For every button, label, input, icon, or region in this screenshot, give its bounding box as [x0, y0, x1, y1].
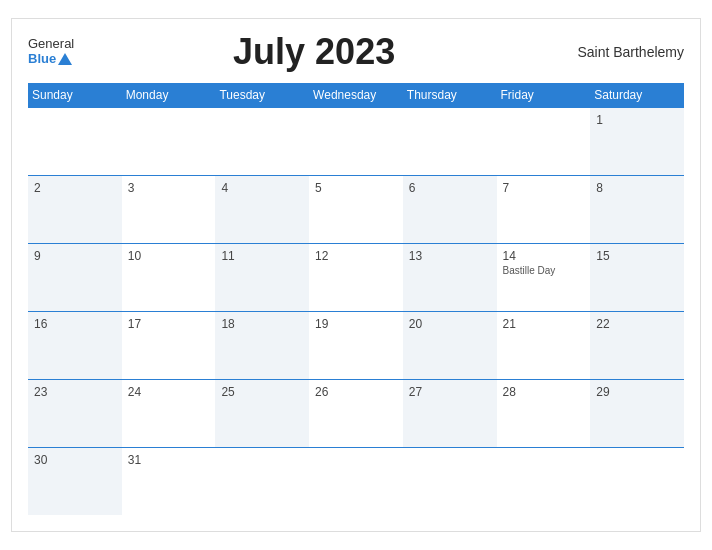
day-number: 22	[596, 317, 678, 331]
calendar-cell: 2	[28, 175, 122, 243]
calendar-container: General Blue July 2023 Saint Barthelemy …	[11, 18, 701, 533]
calendar-cell: 30	[28, 447, 122, 515]
calendar-cell: 7	[497, 175, 591, 243]
day-number: 12	[315, 249, 397, 263]
day-number: 3	[128, 181, 210, 195]
day-number: 25	[221, 385, 303, 399]
calendar-cell	[497, 107, 591, 175]
calendar-cell: 12	[309, 243, 403, 311]
calendar-cell: 6	[403, 175, 497, 243]
day-number: 23	[34, 385, 116, 399]
calendar-cell: 16	[28, 311, 122, 379]
calendar-cell: 10	[122, 243, 216, 311]
day-number: 15	[596, 249, 678, 263]
calendar-cell	[309, 447, 403, 515]
calendar-grid: Sunday Monday Tuesday Wednesday Thursday…	[28, 83, 684, 516]
day-number: 29	[596, 385, 678, 399]
calendar-cell: 18	[215, 311, 309, 379]
calendar-cell: 4	[215, 175, 309, 243]
calendar-cell: 26	[309, 379, 403, 447]
day-number: 20	[409, 317, 491, 331]
calendar-cell: 20	[403, 311, 497, 379]
day-number: 17	[128, 317, 210, 331]
calendar-week-row: 3031	[28, 447, 684, 515]
header-wednesday: Wednesday	[309, 83, 403, 108]
day-number: 7	[503, 181, 585, 195]
calendar-cell: 1	[590, 107, 684, 175]
day-number: 6	[409, 181, 491, 195]
calendar-cell: 31	[122, 447, 216, 515]
header-sunday: Sunday	[28, 83, 122, 108]
day-number: 18	[221, 317, 303, 331]
calendar-cell	[403, 447, 497, 515]
day-number: 9	[34, 249, 116, 263]
calendar-cell	[28, 107, 122, 175]
calendar-cell: 3	[122, 175, 216, 243]
calendar-cell: 24	[122, 379, 216, 447]
calendar-header: General Blue July 2023 Saint Barthelemy	[28, 31, 684, 73]
calendar-cell: 23	[28, 379, 122, 447]
day-number: 14	[503, 249, 585, 263]
calendar-cell	[309, 107, 403, 175]
calendar-week-row: 2345678	[28, 175, 684, 243]
calendar-cell: 14Bastille Day	[497, 243, 591, 311]
calendar-cell	[497, 447, 591, 515]
calendar-cell	[122, 107, 216, 175]
holiday-name: Bastille Day	[503, 265, 585, 276]
logo-triangle-icon	[58, 53, 72, 65]
calendar-cell: 13	[403, 243, 497, 311]
calendar-cell: 8	[590, 175, 684, 243]
day-number: 27	[409, 385, 491, 399]
header-thursday: Thursday	[403, 83, 497, 108]
day-number: 11	[221, 249, 303, 263]
calendar-cell	[215, 107, 309, 175]
day-number: 1	[596, 113, 678, 127]
calendar-cell: 29	[590, 379, 684, 447]
calendar-week-row: 16171819202122	[28, 311, 684, 379]
calendar-cell: 17	[122, 311, 216, 379]
calendar-week-row: 1	[28, 107, 684, 175]
logo-blue-text: Blue	[28, 52, 72, 66]
weekday-header-row: Sunday Monday Tuesday Wednesday Thursday…	[28, 83, 684, 108]
country-name: Saint Barthelemy	[554, 44, 684, 60]
calendar-cell: 21	[497, 311, 591, 379]
logo: General Blue	[28, 37, 74, 66]
logo-general-text: General	[28, 37, 74, 51]
day-number: 4	[221, 181, 303, 195]
day-number: 8	[596, 181, 678, 195]
calendar-week-row: 23242526272829	[28, 379, 684, 447]
calendar-cell: 19	[309, 311, 403, 379]
calendar-cell: 22	[590, 311, 684, 379]
day-number: 19	[315, 317, 397, 331]
header-monday: Monday	[122, 83, 216, 108]
day-number: 21	[503, 317, 585, 331]
calendar-cell	[403, 107, 497, 175]
day-number: 28	[503, 385, 585, 399]
day-number: 13	[409, 249, 491, 263]
calendar-cell: 11	[215, 243, 309, 311]
calendar-cell: 28	[497, 379, 591, 447]
day-number: 5	[315, 181, 397, 195]
calendar-title: July 2023	[74, 31, 554, 73]
day-number: 26	[315, 385, 397, 399]
day-number: 30	[34, 453, 116, 467]
header-friday: Friday	[497, 83, 591, 108]
calendar-week-row: 91011121314Bastille Day15	[28, 243, 684, 311]
calendar-cell: 5	[309, 175, 403, 243]
calendar-cell: 15	[590, 243, 684, 311]
day-number: 2	[34, 181, 116, 195]
header-saturday: Saturday	[590, 83, 684, 108]
calendar-cell	[590, 447, 684, 515]
day-number: 16	[34, 317, 116, 331]
calendar-cell: 9	[28, 243, 122, 311]
header-tuesday: Tuesday	[215, 83, 309, 108]
calendar-cell	[215, 447, 309, 515]
day-number: 31	[128, 453, 210, 467]
day-number: 24	[128, 385, 210, 399]
calendar-cell: 27	[403, 379, 497, 447]
day-number: 10	[128, 249, 210, 263]
calendar-cell: 25	[215, 379, 309, 447]
